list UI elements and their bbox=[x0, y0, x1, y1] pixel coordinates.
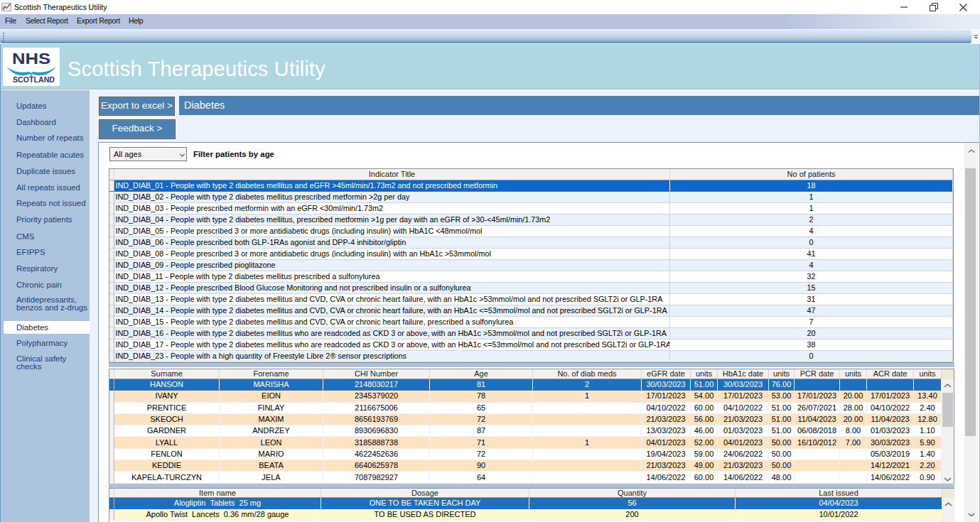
svg-text:NHS: NHS bbox=[12, 50, 50, 67]
svg-text:SCOTLAND: SCOTLAND bbox=[13, 75, 55, 84]
